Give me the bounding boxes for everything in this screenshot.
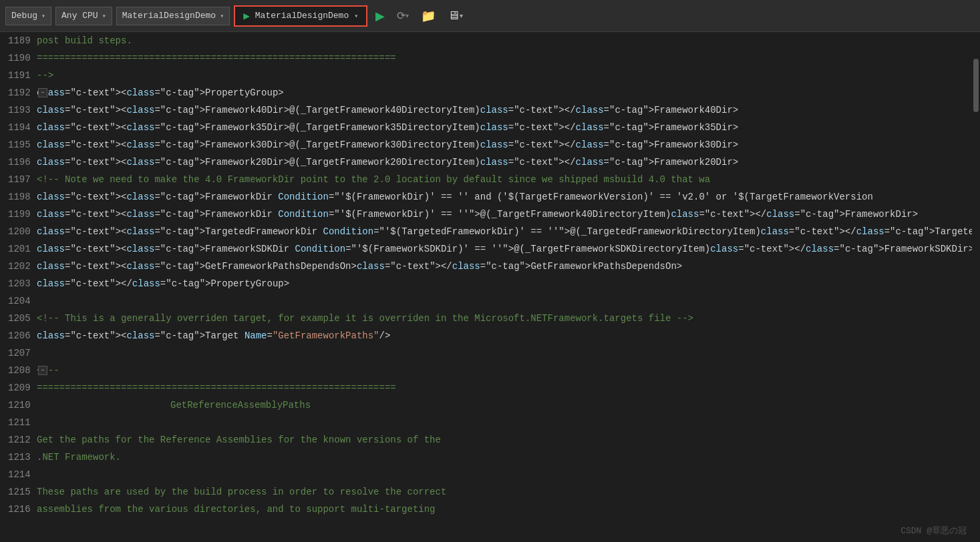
line-number: 1204 xyxy=(8,292,29,310)
code-line: class="c-text"><class="c-tag">PropertyGr… xyxy=(37,84,980,101)
line-number: 1214 xyxy=(8,466,29,483)
line-number: 1200 xyxy=(8,223,29,240)
build-arrow: ▾ xyxy=(405,12,409,19)
code-line: class="c-text"><class="c-tag">Target Nam… xyxy=(37,327,980,344)
code-line xyxy=(37,292,980,310)
line-number: 1207 xyxy=(8,344,29,362)
code-line xyxy=(37,466,980,483)
line-number: 1189 xyxy=(8,32,29,49)
code-line: class="c-text"></class="c-tag">PropertyG… xyxy=(37,275,980,292)
code-line: class="c-text"><class="c-tag">FrameworkD… xyxy=(37,188,980,206)
code-line: GetReferenceAssemblyPaths xyxy=(37,396,980,414)
code-line: <!-- This is a generally overriden targe… xyxy=(37,310,980,327)
line-number: 1208 xyxy=(8,362,29,379)
run-arrow: ▾ xyxy=(354,12,358,20)
toolbar: Debug ▾ Any CPU ▾ MaterialDesignDemo ▾ ▶… xyxy=(0,0,980,32)
code-line: post build steps. xyxy=(37,32,980,49)
line-number: 1199 xyxy=(8,206,29,223)
line-number: 1206 xyxy=(8,327,29,344)
code-line: class="c-text"><class="c-tag">Framework4… xyxy=(37,101,980,119)
line-numbers: 1189119011911192119311941195119611971198… xyxy=(0,32,37,542)
code-line: class="c-text"><class="c-tag">FrameworkS… xyxy=(37,240,980,258)
debug-dropdown[interactable]: Debug ▾ xyxy=(5,7,51,25)
line-number: 1213 xyxy=(8,449,29,466)
fold-button[interactable]: − xyxy=(38,366,47,375)
code-line: class="c-text"><class="c-tag">FrameworkD… xyxy=(37,206,980,223)
code-area: 1189119011911192119311941195119611971198… xyxy=(0,32,980,542)
scrollbar[interactable] xyxy=(972,32,980,542)
code-line: class="c-text"><class="c-tag">GetFramewo… xyxy=(37,258,980,275)
line-number: 1190 xyxy=(8,49,29,67)
code-line: --> xyxy=(37,67,980,84)
code-content: post build steps. ======================… xyxy=(37,32,980,542)
line-number: 1212 xyxy=(8,431,29,449)
code-line xyxy=(37,414,980,431)
line-number: 1202 xyxy=(8,258,29,275)
line-number: 1194 xyxy=(8,119,29,136)
cpu-arrow: ▾ xyxy=(102,12,106,20)
cpu-dropdown[interactable]: Any CPU ▾ xyxy=(55,7,112,25)
code-line xyxy=(37,344,980,362)
line-number: 1196 xyxy=(8,154,29,171)
screenshot-arrow: ▾ xyxy=(460,12,463,19)
code-line: class="c-text"><class="c-tag">Framework3… xyxy=(37,136,980,154)
line-number: 1205 xyxy=(8,310,29,327)
code-line: class="c-text"><class="c-tag">TargetedFr… xyxy=(37,223,980,240)
run-label: MaterialDesignDemo xyxy=(255,11,349,21)
line-number: 1193 xyxy=(8,101,29,119)
screenshot-button[interactable]: 🖥 ▾ xyxy=(444,6,467,25)
line-number: 1197 xyxy=(8,171,29,188)
line-number: 1216 xyxy=(8,501,29,518)
project-label: MaterialDesignDemo xyxy=(122,11,216,21)
code-line: assemblies from the various directories,… xyxy=(37,501,980,518)
line-number: 1209 xyxy=(8,379,29,396)
line-number: 1201 xyxy=(8,240,29,258)
line-number: 1192 xyxy=(8,84,29,101)
line-number: 1203 xyxy=(8,275,29,292)
code-line: class="c-text"><class="c-tag">Framework2… xyxy=(37,154,980,171)
watermark: CSDN @罪恶の冠 xyxy=(901,525,967,537)
folder-icon: 📁 xyxy=(421,9,436,23)
code-line: Get the paths for the Reference Assembli… xyxy=(37,431,980,449)
line-number: 1195 xyxy=(8,136,29,154)
folder-button[interactable]: 📁 xyxy=(417,6,440,26)
code-line: <!-- Note we need to make the 4.0 Framew… xyxy=(37,171,980,188)
line-number: 1211 xyxy=(8,414,29,431)
code-line: .NET Framework. xyxy=(37,449,980,466)
scrollbar-thumb[interactable] xyxy=(973,59,979,112)
editor: 1189119011911192119311941195119611971198… xyxy=(0,32,980,542)
code-line: class="c-text"><class="c-tag">Framework3… xyxy=(37,119,980,136)
debug-arrow: ▾ xyxy=(41,12,45,20)
extra-run-button[interactable]: ▶ xyxy=(371,6,389,26)
code-line: <!-- xyxy=(37,362,980,379)
run-button[interactable]: ▶ MaterialDesignDemo ▾ xyxy=(234,5,367,27)
fold-button[interactable]: − xyxy=(38,88,47,97)
line-number: 1191 xyxy=(8,67,29,84)
code-line: ========================================… xyxy=(37,379,980,396)
play-icon: ▶ xyxy=(243,9,250,23)
screenshot-icon: 🖥 xyxy=(448,9,460,23)
line-number: 1210 xyxy=(8,396,29,414)
project-dropdown[interactable]: MaterialDesignDemo ▾ xyxy=(116,7,230,25)
line-number: 1198 xyxy=(8,188,29,206)
debug-label: Debug xyxy=(11,11,37,21)
build-icon: ⟳ xyxy=(397,9,405,22)
line-number: 1215 xyxy=(8,483,29,501)
extra-play-icon: ▶ xyxy=(375,9,385,23)
cpu-label: Any CPU xyxy=(61,11,98,21)
code-line: ========================================… xyxy=(37,49,980,67)
build-button[interactable]: ⟳ ▾ xyxy=(393,7,413,25)
code-line: These paths are used by the build proces… xyxy=(37,483,980,501)
project-arrow: ▾ xyxy=(220,12,224,20)
